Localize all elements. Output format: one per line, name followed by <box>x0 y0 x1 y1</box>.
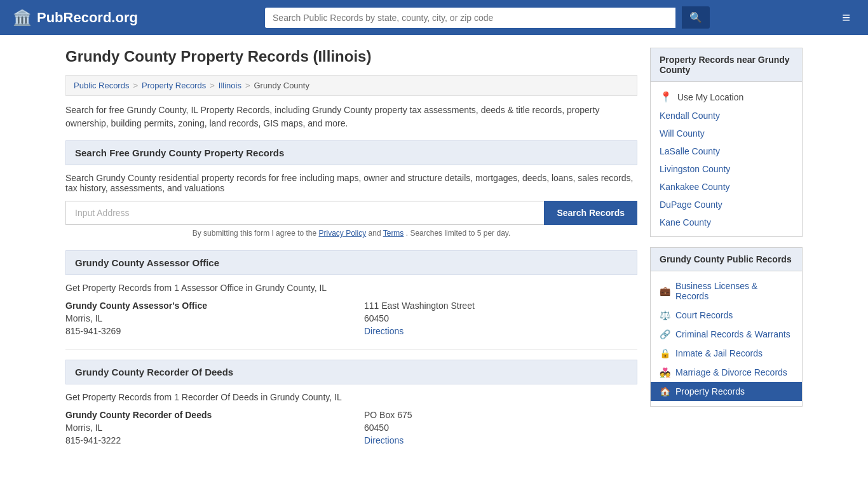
form-disclaimer: By submitting this form I agree to the P… <box>65 229 637 238</box>
recorder-right: PO Box 675 60450 Directions <box>364 410 637 445</box>
assessor-description: Get Property Records from 1 Assessor Off… <box>65 283 637 293</box>
public-records-box: Grundy County Public Records 💼 Business … <box>650 247 803 407</box>
criminal-records-link[interactable]: Criminal Records & Warrants <box>675 329 790 339</box>
site-logo[interactable]: 🏛️ PubRecord.org <box>13 9 138 27</box>
court-records-link[interactable]: Court Records <box>675 310 733 320</box>
assessor-city: Morris, IL <box>65 313 339 323</box>
logo-icon: 🏛️ <box>13 9 32 27</box>
search-section: Search Grundy County residential propert… <box>65 173 637 238</box>
search-section-header: Search Free Grundy County Property Recor… <box>65 140 637 165</box>
kendall-county-link[interactable]: Kendall County <box>660 111 720 121</box>
use-my-location-item[interactable]: 📍 Use My Location <box>651 87 802 107</box>
breadcrumb-illinois[interactable]: Illinois <box>219 81 241 90</box>
privacy-policy-link[interactable]: Privacy Policy <box>319 229 367 238</box>
breadcrumb: Public Records > Property Records > Illi… <box>65 75 637 96</box>
and-text: and <box>369 229 381 238</box>
lasalle-county-link[interactable]: LaSalle County <box>660 146 720 156</box>
content-area: Grundy County Property Records (Illinois… <box>65 48 637 458</box>
page-description: Search for free Grundy County, IL Proper… <box>65 104 637 130</box>
dupage-county-link[interactable]: DuPage County <box>660 200 722 210</box>
header-search-area: 🔍 <box>265 6 710 29</box>
site-header: 🏛️ PubRecord.org 🔍 ≡ <box>0 0 868 35</box>
address-search-form: Search Records <box>65 201 637 225</box>
inmate-records-link[interactable]: Inmate & Jail Records <box>675 348 763 358</box>
breadcrumb-sep-3: > <box>245 81 250 90</box>
kankakee-county-link[interactable]: Kankakee County <box>660 182 730 192</box>
recorder-left: Grundy County Recorder of Deeds Morris, … <box>65 410 339 445</box>
recorder-details: Grundy County Recorder of Deeds Morris, … <box>65 410 637 445</box>
section-divider <box>65 349 637 349</box>
assessor-phone: 815-941-3269 <box>65 326 339 336</box>
recorder-phone: 815-941-3222 <box>65 435 339 445</box>
searches-limit: . Searches limited to 5 per day. <box>406 229 511 238</box>
recorder-description: Get Property Records from 1 Recorder Of … <box>65 392 637 402</box>
breadcrumb-sep-2: > <box>210 81 215 90</box>
assessor-name: Grundy County Assessor's Office <box>65 301 339 311</box>
recorder-section-header: Grundy County Recorder Of Deeds <box>65 360 637 384</box>
nearby-counties-title: Property Records near Grundy County <box>651 48 802 82</box>
search-records-button[interactable]: Search Records <box>544 201 637 225</box>
terms-link[interactable]: Terms <box>383 229 404 238</box>
breadcrumb-sep-1: > <box>133 81 138 90</box>
search-icon: 🔍 <box>689 12 702 23</box>
breadcrumb-public-records[interactable]: Public Records <box>74 81 129 90</box>
page-title: Grundy County Property Records (Illinois… <box>65 48 637 65</box>
sidebar-property-records[interactable]: 🏠 Property Records <box>651 382 802 401</box>
sidebar-item-lasalle[interactable]: LaSalle County <box>651 142 802 160</box>
nearby-counties-content: 📍 Use My Location Kendall County Will Co… <box>651 82 802 236</box>
sidebar-inmate-records[interactable]: 🔒 Inmate & Jail Records <box>651 344 802 363</box>
logo-text: PubRecord.org <box>37 10 138 26</box>
assessor-right: 111 East Washington Street 60450 Directi… <box>364 301 637 336</box>
disclaimer-text: By submitting this form I agree to the <box>193 229 316 238</box>
search-description: Search Grundy County residential propert… <box>65 173 637 193</box>
marriage-icon: 💑 <box>660 367 670 377</box>
recorder-section: Get Property Records from 1 Recorder Of … <box>65 392 637 445</box>
sidebar-criminal-records[interactable]: 🔗 Criminal Records & Warrants <box>651 325 802 344</box>
sidebar-marriage-records[interactable]: 💑 Marriage & Divorce Records <box>651 363 802 382</box>
criminal-icon: 🔗 <box>660 329 670 339</box>
sidebar-item-kankakee[interactable]: Kankakee County <box>651 178 802 196</box>
will-county-link[interactable]: Will County <box>660 128 705 139</box>
sidebar-item-livingston[interactable]: Livingston County <box>651 160 802 178</box>
marriage-records-link[interactable]: Marriage & Divorce Records <box>675 367 787 377</box>
assessor-zip: 60450 <box>364 313 637 323</box>
sidebar-item-will[interactable]: Will County <box>651 125 802 142</box>
recorder-city: Morris, IL <box>65 423 339 433</box>
assessor-details: Grundy County Assessor's Office Morris, … <box>65 301 637 336</box>
breadcrumb-current: Grundy County <box>254 81 309 90</box>
property-icon: 🏠 <box>660 386 670 396</box>
sidebar-item-dupage[interactable]: DuPage County <box>651 196 802 214</box>
assessor-left: Grundy County Assessor's Office Morris, … <box>65 301 339 336</box>
livingston-county-link[interactable]: Livingston County <box>660 164 730 174</box>
location-icon: 📍 <box>660 91 672 103</box>
recorder-address: PO Box 675 <box>364 410 637 420</box>
business-icon: 💼 <box>660 286 670 296</box>
header-search-button[interactable]: 🔍 <box>682 6 710 29</box>
assessor-section-header: Grundy County Assessor Office <box>65 250 637 275</box>
sidebar-court-records[interactable]: ⚖️ Court Records <box>651 306 802 325</box>
hamburger-icon: ≡ <box>842 10 850 25</box>
sidebar-item-kendall[interactable]: Kendall County <box>651 107 802 125</box>
assessor-address: 111 East Washington Street <box>364 301 637 311</box>
assessor-section: Get Property Records from 1 Assessor Off… <box>65 283 637 336</box>
nearby-counties-box: Property Records near Grundy County 📍 Us… <box>650 48 803 237</box>
hamburger-menu-button[interactable]: ≡ <box>837 7 855 29</box>
main-container: Grundy County Property Records (Illinois… <box>53 35 815 471</box>
breadcrumb-property-records[interactable]: Property Records <box>142 81 206 90</box>
court-icon: ⚖️ <box>660 310 670 320</box>
recorder-name: Grundy County Recorder of Deeds <box>65 410 339 420</box>
inmate-icon: 🔒 <box>660 348 670 358</box>
recorder-directions-link[interactable]: Directions <box>364 435 403 445</box>
sidebar-item-kane[interactable]: Kane County <box>651 214 802 231</box>
property-records-link[interactable]: Property Records <box>675 386 745 396</box>
address-input[interactable] <box>65 201 544 225</box>
public-records-title: Grundy County Public Records <box>651 248 802 271</box>
business-licenses-link[interactable]: Business Licenses & Records <box>675 281 793 301</box>
use-my-location-label: Use My Location <box>677 92 743 102</box>
kane-county-link[interactable]: Kane County <box>660 217 711 227</box>
assessor-directions-link[interactable]: Directions <box>364 326 403 336</box>
recorder-zip: 60450 <box>364 423 637 433</box>
sidebar-business-licenses[interactable]: 💼 Business Licenses & Records <box>651 276 802 306</box>
sidebar: Property Records near Grundy County 📍 Us… <box>650 48 803 458</box>
header-search-input[interactable] <box>265 8 675 28</box>
